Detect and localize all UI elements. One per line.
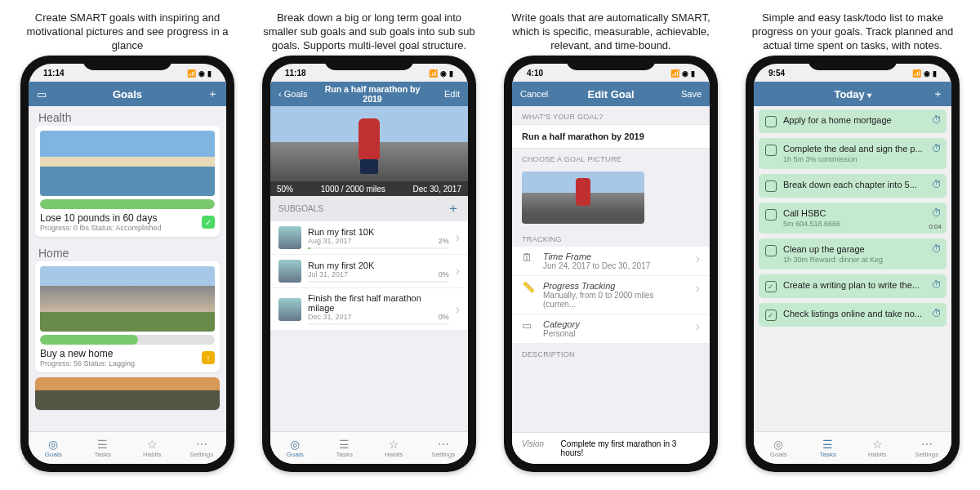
caption: Write goals that are automatically SMART…: [498, 8, 724, 56]
folder-icon[interactable]: ▭: [37, 88, 47, 100]
star-icon: ☆: [147, 439, 158, 450]
battery-icon: ▮: [449, 69, 453, 78]
status-badge-ok: ✓: [202, 216, 215, 229]
goal-card-extra[interactable]: [35, 377, 220, 410]
goal-status: Progress: 56 Status: Lagging: [40, 359, 135, 368]
task-sub: 5m 604.518.6666: [783, 220, 940, 228]
clock: 11:14: [43, 69, 65, 78]
goal-text-input[interactable]: Run a half marathon by 2019: [512, 124, 710, 149]
panel-2: Break down a big or long term goal into …: [256, 8, 482, 482]
back-button[interactable]: ‹ Goals: [278, 89, 307, 99]
screen: 11:14 📶◉▮ ▭ Goals ＋ Health Lose 10 pound…: [29, 64, 226, 464]
checkbox[interactable]: [765, 245, 777, 256]
tab-habits[interactable]: ☆Habits: [853, 432, 902, 464]
tab-settings[interactable]: ⋯Settings: [419, 432, 469, 464]
timer-icon[interactable]: ⏱: [932, 279, 942, 291]
status-badge-warn: ↑: [202, 351, 215, 364]
timer-icon[interactable]: ⏱: [932, 207, 942, 219]
star-icon: ☆: [872, 439, 883, 450]
content[interactable]: 50% 1000 / 2000 miles Dec 30, 2017 SUBGO…: [270, 106, 468, 431]
checkbox-checked[interactable]: ✓: [765, 310, 777, 321]
checkbox[interactable]: [765, 180, 777, 192]
task-row[interactable]: ✓ Create a writing plan to write the... …: [759, 274, 947, 298]
cancel-button[interactable]: Cancel: [520, 89, 548, 99]
subgoal-row[interactable]: Run my first 10K Aug 31, 2017 2% ›: [270, 221, 468, 255]
tab-tasks[interactable]: ☰Tasks: [804, 432, 853, 464]
subgoal-row[interactable]: Finish the first half marathon milage De…: [270, 288, 468, 331]
task-row[interactable]: Clean up the garage 1h 30m Reward: dinne…: [759, 238, 947, 270]
task-row[interactable]: ✓ Check listings online and take no... ⏱: [759, 303, 947, 327]
timer-icon[interactable]: ⏱: [932, 243, 942, 255]
timer-icon[interactable]: ⏱: [932, 179, 942, 190]
tab-habits[interactable]: ☆Habits: [369, 432, 419, 464]
task-row[interactable]: Call HSBC 5m 604.518.6666 ⏱ 0:04: [759, 203, 947, 234]
nav-title-dropdown[interactable]: Today: [800, 88, 906, 100]
content[interactable]: Health Lose 10 pounds in 60 days Progres…: [29, 106, 226, 431]
content[interactable]: WHAT'S YOUR GOAL? Run a half marathon by…: [512, 106, 710, 432]
task-title: Apply for a home mortgage: [783, 115, 940, 125]
timeframe-label: Time Frame: [543, 252, 688, 261]
progress-tracking-row[interactable]: 📏 Progress Tracking Manually, from 0 to …: [512, 276, 710, 314]
screen: 4:10 📶◉▮ Cancel Edit Goal Save WHAT'S YO…: [512, 64, 710, 464]
chevron-right-icon: ›: [456, 230, 460, 245]
task-row[interactable]: Apply for a home mortgage ⏱: [759, 109, 947, 133]
picture-picker[interactable]: [512, 167, 710, 229]
list-icon: ☰: [97, 439, 108, 450]
nav-title: Edit Goal: [558, 88, 664, 100]
tab-goals[interactable]: ◎Goals: [754, 432, 804, 464]
task-sub: 1h 5m 3% commission: [783, 155, 940, 163]
dots-icon: ⋯: [438, 439, 449, 450]
timeframe-row[interactable]: 🗓 Time Frame Jun 24, 2017 to Dec 30, 201…: [512, 247, 710, 276]
hero-date: Dec 30, 2017: [413, 185, 462, 194]
tab-tasks[interactable]: ☰Tasks: [320, 432, 370, 464]
checkbox[interactable]: [765, 209, 777, 220]
add-button[interactable]: ＋: [933, 87, 943, 101]
nav-title: Goals: [74, 88, 180, 100]
task-title: Clean up the garage: [783, 244, 940, 254]
subgoal-row[interactable]: Run my first 20K Jul 31, 2017 0% ›: [270, 255, 468, 288]
runner-figure: [576, 178, 590, 206]
phone-frame: 4:10 📶◉▮ Cancel Edit Goal Save WHAT'S YO…: [504, 56, 718, 472]
tab-goals[interactable]: ◎Goals: [270, 432, 320, 464]
subgoal-thumb: [278, 260, 301, 283]
add-button[interactable]: ＋: [207, 87, 218, 101]
tab-settings[interactable]: ⋯Settings: [177, 432, 227, 464]
category-value: Personal: [543, 329, 688, 338]
timer-icon[interactable]: ⏱: [932, 308, 942, 319]
task-row[interactable]: Break down each chapter into 5... ⏱: [759, 174, 947, 198]
content[interactable]: Apply for a home mortgage ⏱ Complete the…: [754, 106, 951, 431]
goal-card-home[interactable]: Buy a new home Progress: 56 Status: Lagg…: [35, 261, 220, 372]
timer-icon[interactable]: ⏱: [932, 114, 942, 126]
goal-card-health[interactable]: Lose 10 pounds in 60 days Progress: 0 lb…: [35, 126, 220, 237]
goal-image: [35, 377, 220, 410]
tab-habits[interactable]: ☆Habits: [127, 432, 177, 464]
vision-row[interactable]: Vision Complete my first marathon in 3 h…: [512, 432, 710, 464]
list-icon: ☰: [822, 439, 833, 450]
subgoal-title: Run my first 20K: [308, 261, 449, 270]
tab-tasks[interactable]: ☰Tasks: [78, 432, 128, 464]
subgoal-date: Aug 31, 2017: [308, 237, 352, 245]
save-button[interactable]: Save: [681, 89, 702, 99]
timer-icon[interactable]: ⏱: [932, 143, 942, 154]
target-icon: ◎: [48, 439, 58, 450]
category-row[interactable]: ▭ Category Personal ›: [512, 314, 710, 344]
tab-settings[interactable]: ⋯Settings: [902, 432, 952, 464]
task-row[interactable]: Complete the deal and sign the p... 1h 5…: [759, 138, 947, 169]
subgoal-pct: 0%: [439, 313, 449, 321]
subgoal-pct: 2%: [439, 237, 449, 245]
ruler-icon: 📏: [522, 281, 535, 293]
phone-frame: 11:18 📶◉▮ ‹ Goals Run a half marathon by…: [262, 56, 476, 472]
progress-bar: [40, 335, 215, 345]
phone-frame: 9:54 📶◉▮ Today ＋ Apply for a home mortga…: [746, 56, 960, 472]
vision-value: Complete my first marathon in 3 hours!: [561, 439, 700, 457]
checkbox[interactable]: [765, 145, 777, 156]
hero-stats-bar: 50% 1000 / 2000 miles Dec 30, 2017: [270, 181, 468, 196]
edit-button[interactable]: Edit: [444, 89, 460, 99]
tab-goals[interactable]: ◎Goals: [29, 432, 78, 464]
tab-bar: ◎Goals ☰Tasks ☆Habits ⋯Settings: [270, 431, 468, 464]
checkbox-checked[interactable]: ✓: [765, 281, 777, 292]
checkbox[interactable]: [765, 116, 777, 127]
subgoals-header: SUBGOALS ＋: [270, 196, 468, 221]
signal-icon: 📶: [187, 69, 196, 78]
add-subgoal-button[interactable]: ＋: [447, 200, 460, 217]
